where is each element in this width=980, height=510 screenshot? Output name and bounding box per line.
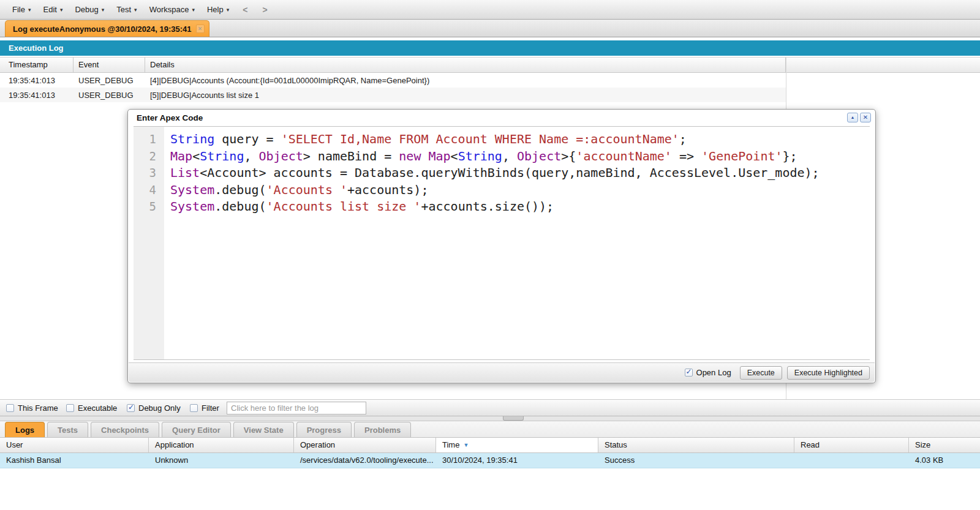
code-token: <: [451, 149, 458, 163]
column-header-timestamp[interactable]: Timestamp: [0, 58, 74, 72]
column-header-filler: [786, 58, 980, 72]
code-editor: 12345 String query = 'SELECT Id,Name FRO…: [134, 126, 870, 360]
open-log-checkbox[interactable]: ✓ Open Log: [685, 368, 731, 377]
column-header-label: Read: [801, 438, 820, 452]
log-filter-bar: This FrameExecutable✓Debug OnlyFilter: [0, 399, 980, 416]
code-token: =>: [672, 149, 701, 163]
tab-view-state[interactable]: View State: [233, 422, 294, 437]
code-token: String: [200, 149, 244, 163]
menu-item-workspace[interactable]: Workspace▾: [143, 2, 201, 17]
code-line: System.debug('Accounts '+accounts);: [170, 182, 870, 199]
collapse-icon[interactable]: ▲: [847, 113, 858, 122]
splitter-handle[interactable]: [503, 416, 524, 421]
cell-read: [794, 453, 909, 468]
code-token: >{: [561, 149, 576, 163]
checkbox-icon: [190, 404, 198, 412]
line-number: 1: [134, 131, 164, 148]
logs-table-row[interactable]: Kashish BansalUnknown/services/data/v62.…: [0, 453, 980, 468]
column-header-label: Operation: [300, 438, 335, 452]
checkbox-label: This Frame: [18, 403, 58, 413]
cell-timestamp: 19:35:41:013: [0, 76, 74, 85]
checkbox-icon: ✓: [127, 404, 135, 412]
code-token: Map: [170, 149, 192, 163]
checkbox-icon: [66, 404, 74, 412]
column-header-application[interactable]: Application: [149, 438, 294, 452]
code-token: 'SELECT Id,Name FROM Account WHERE Name …: [281, 132, 679, 146]
sort-desc-icon: ▼: [463, 438, 469, 452]
cell-details: [5]|DEBUG|Accounts list size 1: [145, 91, 786, 100]
tab-checkpoints[interactable]: Checkpoints: [91, 422, 159, 437]
code-token: > nameBind =: [303, 149, 399, 163]
code-token: +accounts.size());: [421, 199, 554, 214]
menu-item-label: Test: [116, 5, 131, 14]
menu-item-label: Workspace: [149, 5, 189, 14]
column-header-size[interactable]: Size: [909, 438, 980, 452]
column-header-label: Application: [155, 438, 194, 452]
filter-checkbox-this-frame[interactable]: This Frame: [6, 400, 58, 416]
menu-item-debug[interactable]: Debug▾: [69, 2, 110, 17]
cell-event: USER_DEBUG: [74, 76, 145, 85]
tab-progress[interactable]: Progress: [296, 422, 352, 437]
close-icon[interactable]: ✕: [196, 24, 205, 33]
tab-problems[interactable]: Problems: [354, 422, 411, 437]
code-token: String: [170, 132, 214, 146]
menu-bar: File▾Edit▾Debug▾Test▾Workspace▾Help▾<>: [0, 0, 980, 20]
tab-tests[interactable]: Tests: [47, 422, 88, 437]
menu-item-edit[interactable]: Edit▾: [37, 2, 69, 17]
column-header-details[interactable]: Details: [145, 58, 786, 72]
execution-log-rows: 19:35:41:013USER_DEBUG[4]|DEBUG|Accounts…: [0, 73, 786, 102]
code-token: <: [192, 149, 200, 163]
execution-log-title: Execution Log: [9, 43, 64, 53]
execute-highlighted-button[interactable]: Execute Highlighted: [787, 366, 870, 380]
column-header-time[interactable]: Time▼: [436, 438, 598, 452]
menu-item-file[interactable]: File▾: [6, 2, 37, 17]
column-header-operation[interactable]: Operation: [294, 438, 436, 452]
filter-checkbox-executable[interactable]: Executable: [66, 400, 117, 416]
code-token: new: [399, 149, 421, 163]
nav-forward-icon[interactable]: >: [255, 4, 274, 16]
code-token: ,: [244, 149, 258, 163]
line-number: 5: [134, 198, 164, 216]
menu-item-label: Help: [207, 5, 224, 14]
tab-query-editor[interactable]: Query Editor: [162, 422, 231, 437]
code-token: .debug(: [214, 199, 266, 214]
code-line: String query = 'SELECT Id,Name FROM Acco…: [170, 131, 870, 148]
cell-details: [4]|DEBUG|Accounts (Account:{Id=001dL000…: [145, 76, 786, 85]
nav-back-icon[interactable]: <: [235, 4, 255, 16]
chevron-down-icon: ▾: [60, 7, 63, 13]
checkbox-label: Filter: [202, 403, 219, 413]
cell-timestamp: 19:35:41:013: [0, 91, 74, 100]
column-header-label: User: [6, 438, 23, 452]
menu-item-label: File: [12, 5, 25, 14]
code-area[interactable]: String query = 'SELECT Id,Name FROM Acco…: [164, 127, 870, 359]
column-header-status[interactable]: Status: [598, 438, 794, 452]
execution-log-row[interactable]: 19:35:41:013USER_DEBUG[5]|DEBUG|Accounts…: [0, 88, 786, 102]
column-header-read[interactable]: Read: [794, 438, 909, 452]
code-token: query =: [214, 132, 281, 146]
tab-logs[interactable]: Logs: [5, 422, 45, 437]
log-tab[interactable]: Log executeAnonymous @30/10/2024, 19:35:…: [5, 20, 209, 37]
column-header-event[interactable]: Event: [74, 58, 145, 72]
open-log-label: Open Log: [696, 368, 731, 377]
chevron-down-icon: ▾: [28, 7, 31, 13]
code-token: [421, 149, 428, 163]
menu-item-test[interactable]: Test▾: [110, 2, 143, 17]
cell-application: Unknown: [149, 453, 294, 468]
code-token: 'accountName': [576, 149, 672, 163]
close-icon[interactable]: ✕: [860, 113, 871, 122]
code-token: System: [170, 199, 214, 214]
code-token: <Account> accounts = Database.queryWithB…: [200, 165, 819, 180]
cell-size: 4.03 KB: [909, 453, 980, 468]
execute-button[interactable]: Execute: [740, 366, 782, 380]
filter-checkbox-filter[interactable]: Filter: [190, 400, 219, 416]
filter-input[interactable]: [227, 402, 366, 414]
enter-apex-code-dialog: Enter Apex Code ▲ ✕ 12345 String query =…: [127, 109, 876, 383]
execution-log-row[interactable]: 19:35:41:013USER_DEBUG[4]|DEBUG|Accounts…: [0, 73, 786, 88]
column-header-user[interactable]: User: [0, 438, 149, 452]
menu-item-label: Debug: [75, 5, 98, 14]
filter-checkbox-debug-only[interactable]: ✓Debug Only: [127, 400, 181, 416]
chevron-down-icon: ▾: [102, 7, 105, 13]
checkbox-icon: [6, 404, 14, 412]
menu-item-help[interactable]: Help▾: [201, 2, 235, 17]
checkbox-label: Debug Only: [138, 403, 181, 413]
